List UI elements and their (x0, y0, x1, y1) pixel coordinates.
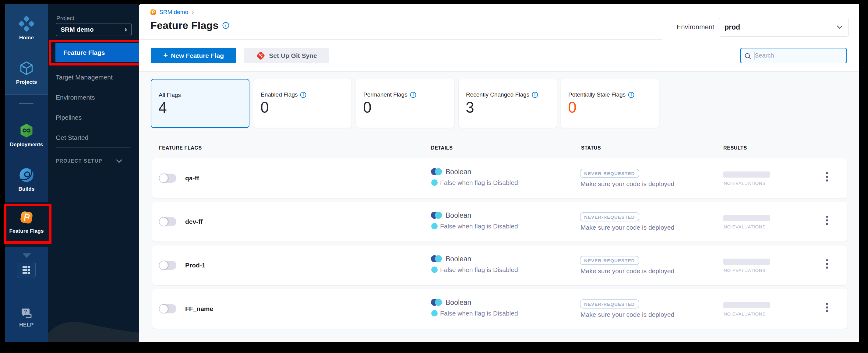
breadcrumb-chevron-icon: › (192, 9, 194, 15)
status-badge: NEVER-REQUESTED (580, 169, 639, 178)
project-selector[interactable]: SRM demo › (56, 23, 131, 36)
builds-icon (19, 167, 34, 184)
stat-label: Recently Changed Flags (466, 91, 529, 98)
breadcrumb[interactable]: SRM demo › (150, 8, 194, 16)
default-rule-dot-icon (431, 223, 438, 229)
status-note: Make sure your code is deployed (581, 267, 674, 275)
breadcrumb-project-link[interactable]: SRM demo (159, 9, 188, 15)
row-menu-button[interactable] (826, 259, 828, 269)
status-badge: NEVER-REQUESTED (580, 212, 639, 221)
toggle-knob (159, 304, 168, 313)
table-row[interactable]: Prod-1 Boolean False when flag is Disabl… (152, 246, 847, 285)
toggle-knob (159, 173, 168, 183)
new-feature-flag-button[interactable]: + New Feature Flag (151, 48, 236, 63)
stat-card-all-flags[interactable]: All Flags 4 (151, 79, 249, 128)
column-header-results: RESULTS (723, 145, 747, 151)
search-input[interactable] (755, 49, 843, 62)
grid-icon (23, 266, 30, 274)
module-rail: Home Projects (5, 4, 48, 342)
project-name: SRM demo (61, 26, 125, 33)
subnav-item-pipelines[interactable]: Pipelines (48, 108, 139, 127)
projects-cube-icon (19, 60, 34, 77)
new-feature-flag-label: New Feature Flag (171, 52, 224, 59)
search-icon (744, 53, 752, 60)
toolbar: + New Feature Flag Set Up Git Sync (139, 40, 859, 71)
search-box[interactable] (740, 48, 847, 63)
table-row[interactable]: FF_name Boolean False when flag is Disab… (152, 289, 847, 329)
info-icon[interactable] (410, 92, 416, 98)
column-header-feature-flags: FEATURE FLAGS (159, 145, 202, 151)
rail-item-label: Home (5, 35, 48, 41)
results-note: NO EVALUATIONS (724, 268, 766, 273)
rail-item-label: Feature Flags (5, 228, 48, 234)
toggle-knob (159, 261, 168, 270)
default-rule: False when flag is Disabled (440, 266, 518, 274)
rail-item-deployments[interactable]: Deployments (5, 123, 48, 148)
text-caret (754, 52, 754, 60)
flag-type: Boolean (445, 255, 471, 263)
rail-section-dash (19, 103, 33, 104)
stat-card-potentially-stale-flags[interactable]: Potentially Stale Flags 0 (561, 79, 659, 128)
table-row[interactable]: dev-ff Boolean False when flag is Disabl… (152, 202, 847, 242)
rail-item-projects[interactable]: Projects (5, 60, 48, 85)
rail-item-label: Projects (5, 79, 48, 85)
evaluations-progress-bar (723, 302, 770, 308)
rail-feature-flags-section: Feature Flags (5, 202, 48, 247)
boolean-type-icon (431, 212, 442, 219)
evaluations-progress-bar (723, 171, 770, 178)
results-note: NO EVALUATIONS (724, 224, 766, 229)
environment-select[interactable]: prod (719, 18, 849, 37)
set-up-git-sync-button[interactable]: Set Up Git Sync (244, 48, 329, 63)
boolean-type-icon (431, 255, 442, 262)
stat-card-enabled-flags[interactable]: Enabled Flags 0 (253, 79, 352, 128)
page-title: Feature Flags (151, 20, 219, 31)
stat-card-permanent-flags[interactable]: Permanent Flags 0 (356, 79, 455, 128)
module-switcher-button[interactable] (17, 263, 36, 278)
rail-item-feature-flags[interactable]: Feature Flags (5, 210, 48, 234)
plus-icon: + (163, 51, 168, 60)
default-rule: False when flag is Disabled (440, 223, 518, 230)
column-header-details: DETAILS (431, 145, 453, 151)
subnav-item-target-management[interactable]: Target Management (48, 68, 139, 87)
flag-name[interactable]: FF_name (185, 305, 213, 313)
subnav-item-get-started[interactable]: Get Started (48, 128, 139, 147)
git-icon (256, 51, 265, 60)
info-icon[interactable] (300, 92, 306, 98)
rail-item-home[interactable]: Home (5, 16, 48, 41)
help-button[interactable]: ? HELP (5, 307, 48, 328)
flag-name[interactable]: Prod-1 (185, 262, 206, 269)
status-badge: NEVER-REQUESTED (580, 299, 639, 309)
info-icon[interactable] (532, 92, 538, 98)
status-note: Make sure your code is deployed (581, 224, 674, 231)
page-header: SRM demo › Feature Flags Environment pro… (139, 4, 859, 40)
project-setup-toggle[interactable]: PROJECT SETUP (56, 158, 132, 164)
flag-name[interactable]: qa-ff (185, 174, 199, 182)
stat-card-recently-changed-flags[interactable]: Recently Changed Flags 3 (458, 79, 557, 128)
feature-flags-icon (19, 210, 34, 226)
help-chat-icon: ? (20, 315, 33, 320)
environment-label: Environment (651, 23, 714, 31)
flag-toggle[interactable] (159, 217, 176, 226)
flag-name[interactable]: dev-ff (185, 218, 203, 225)
boolean-type-icon (431, 168, 442, 175)
flag-toggle[interactable] (159, 304, 176, 313)
row-menu-button[interactable] (826, 216, 828, 225)
row-menu-button[interactable] (826, 303, 828, 312)
decorative-wave (48, 319, 139, 342)
subnav-item-feature-flags[interactable]: Feature Flags (56, 43, 139, 62)
stat-value: 0 (363, 99, 372, 116)
flag-toggle[interactable] (159, 173, 176, 183)
project-section-label: Project (56, 15, 74, 22)
rail-item-builds[interactable]: Builds (5, 167, 48, 192)
stat-value: 3 (466, 99, 474, 116)
row-menu-button[interactable] (826, 172, 828, 182)
rail-item-label: Deployments (5, 141, 48, 148)
collapse-rail-chevron-icon[interactable] (23, 253, 31, 258)
info-icon[interactable] (628, 92, 634, 98)
results-note: NO EVALUATIONS (724, 311, 766, 316)
subnav-item-environments[interactable]: Environments (48, 88, 139, 107)
table-row[interactable]: qa-ff Boolean False when flag is Disable… (152, 158, 847, 198)
rail-item-label: Builds (5, 186, 48, 192)
info-icon[interactable] (222, 22, 229, 29)
flag-toggle[interactable] (159, 261, 176, 270)
